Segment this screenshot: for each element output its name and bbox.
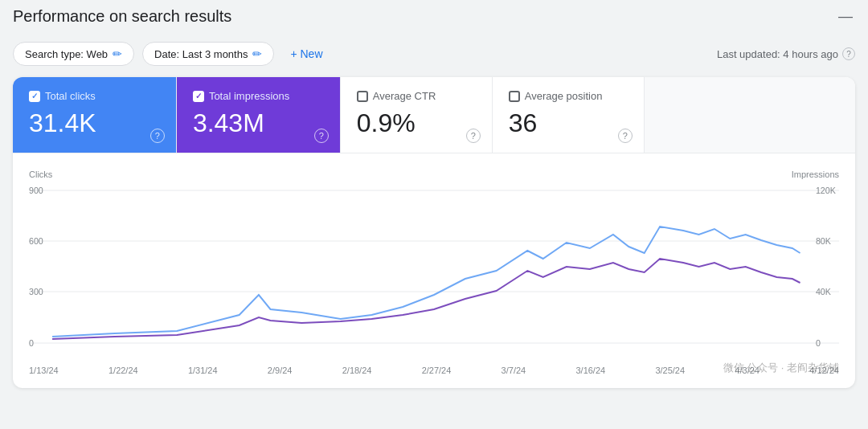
last-updated: Last updated: 4 hours ago ? xyxy=(717,47,855,60)
metrics-row: Total clicks 31.4K ? Total impressions 3… xyxy=(13,77,855,153)
metric-average-ctr[interactable]: Average CTR 0.9% ? xyxy=(341,77,493,153)
svg-text:0: 0 xyxy=(816,338,821,348)
filter-chips: Search type: Web ✏ Date: Last 3 months ✏… xyxy=(13,42,331,66)
svg-text:120K: 120K xyxy=(816,186,837,195)
y-left-label: Clicks xyxy=(29,170,52,179)
metric-ctr-value: 0.9% xyxy=(357,108,476,138)
minimize-button[interactable]: — xyxy=(836,6,855,26)
metric-ctr-checkbox[interactable] xyxy=(357,91,368,102)
search-type-label: Search type: Web xyxy=(25,48,108,60)
search-type-chip[interactable]: Search type: Web ✏ xyxy=(13,42,134,66)
metric-clicks-label: Total clicks xyxy=(29,90,160,102)
metric-average-position[interactable]: Average position 36 ? xyxy=(493,77,645,153)
metric-position-help[interactable]: ? xyxy=(618,129,633,143)
main-card: Total clicks 31.4K ? Total impressions 3… xyxy=(13,77,855,388)
svg-text:40K: 40K xyxy=(816,287,832,296)
svg-text:300: 300 xyxy=(29,287,43,296)
svg-text:900: 900 xyxy=(29,186,43,195)
filter-row: Search type: Web ✏ Date: Last 3 months ✏… xyxy=(13,31,855,77)
date-chip[interactable]: Date: Last 3 months ✏ xyxy=(142,42,274,66)
svg-text:0: 0 xyxy=(29,338,34,348)
metric-ctr-help[interactable]: ? xyxy=(466,129,481,143)
metric-impressions-label: Total impressions xyxy=(193,90,324,102)
performance-chart: 900 600 300 0 120K 80K 40K 0 xyxy=(29,182,839,359)
metric-impressions-value: 3.43M xyxy=(193,108,324,138)
clicks-line xyxy=(52,227,800,337)
watermark: 微信 公众号 · 老阎杂货铺 xyxy=(723,361,839,375)
metric-clicks-checkbox[interactable] xyxy=(29,91,40,102)
search-type-edit-icon[interactable]: ✏ xyxy=(113,47,122,60)
page-title: Performance on search results xyxy=(13,7,231,26)
metric-position-value: 36 xyxy=(509,108,628,138)
svg-text:80K: 80K xyxy=(816,236,832,246)
x-label-4: 2/18/24 xyxy=(342,366,372,375)
metric-spacer xyxy=(645,77,855,153)
chart-area: Clicks Impressions 900 600 300 0 120K xyxy=(13,153,855,388)
x-axis-labels: 1/13/24 1/22/24 1/31/24 2/9/24 2/18/24 2… xyxy=(29,362,839,388)
metric-clicks-value: 31.4K xyxy=(29,108,160,138)
metric-position-checkbox[interactable] xyxy=(509,91,520,102)
new-button[interactable]: + New xyxy=(282,43,330,65)
x-label-3: 2/9/24 xyxy=(268,366,293,375)
metric-ctr-label: Average CTR xyxy=(357,90,476,102)
date-label: Date: Last 3 months xyxy=(154,48,248,60)
last-updated-help-icon[interactable]: ? xyxy=(842,47,855,60)
metric-position-label: Average position xyxy=(509,90,628,102)
title-bar: Performance on search results — xyxy=(13,0,855,31)
x-label-0: 1/13/24 xyxy=(29,366,59,375)
svg-text:600: 600 xyxy=(29,236,43,246)
date-edit-icon[interactable]: ✏ xyxy=(252,47,262,60)
x-label-2: 1/31/24 xyxy=(188,366,218,375)
metric-impressions-checkbox[interactable] xyxy=(193,91,204,102)
impressions-line xyxy=(52,259,800,339)
metric-clicks-help[interactable]: ? xyxy=(150,129,165,143)
x-label-7: 3/16/24 xyxy=(575,366,605,375)
metric-impressions-help[interactable]: ? xyxy=(314,129,329,143)
x-label-1: 1/22/24 xyxy=(108,366,138,375)
chart-svg-wrapper: 900 600 300 0 120K 80K 40K 0 xyxy=(29,182,839,388)
page-wrapper: Performance on search results — Search t… xyxy=(0,0,868,429)
x-label-6: 3/7/24 xyxy=(502,366,526,375)
metric-total-clicks[interactable]: Total clicks 31.4K ? xyxy=(13,77,177,153)
metric-total-impressions[interactable]: Total impressions 3.43M ? xyxy=(177,77,341,153)
x-label-8: 3/25/24 xyxy=(655,366,685,375)
y-right-label: Impressions xyxy=(792,170,839,179)
x-label-5: 2/27/24 xyxy=(422,366,452,375)
